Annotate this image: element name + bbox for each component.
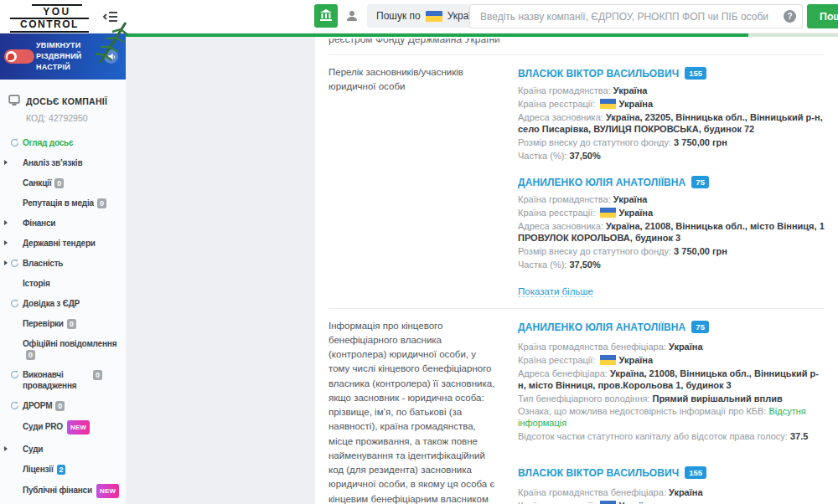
count-badge: 0 bbox=[26, 350, 35, 360]
field-label: Адреса бенефіціара: bbox=[518, 368, 608, 378]
field-row: Відсоток частки статутного капіталу або … bbox=[518, 431, 825, 443]
sidebar-item-11[interactable]: Виконавчі провадження0 bbox=[0, 369, 126, 391]
field-value: 37,50% bbox=[569, 151, 600, 161]
sidebar-item-label: Фінанси bbox=[23, 219, 55, 228]
person-search-button[interactable] bbox=[342, 7, 362, 27]
page: { "colors": { "accent_green": "#2eaa4f",… bbox=[0, 0, 838, 504]
score-badge[interactable]: 75 bbox=[691, 321, 709, 333]
sidebar-item-label: Суди PRO bbox=[23, 422, 63, 431]
sidebar-item-label: Виконавчі провадження bbox=[23, 369, 90, 391]
sidebar-item-2[interactable]: Санкції0 bbox=[0, 177, 126, 188]
field-label: Ознака, що можлива недостовірність інфор… bbox=[518, 406, 766, 416]
field-label: Розмір внеску до статутного фонду: bbox=[518, 137, 671, 147]
score-badge[interactable]: 155 bbox=[685, 67, 706, 80]
show-more-link[interactable]: Показати більше bbox=[518, 286, 593, 297]
sidebar-collapse-icon[interactable] bbox=[102, 10, 119, 23]
field-value: 37.5 bbox=[790, 431, 808, 441]
refresh-icon bbox=[10, 370, 19, 382]
sidebar-item-16[interactable]: Публічні фінансиNEW bbox=[0, 484, 126, 498]
field-label: Країна громадянства: bbox=[518, 85, 611, 95]
search-submit-button[interactable]: Пошук bbox=[807, 4, 838, 28]
field-label: Адреса засновника: bbox=[518, 221, 603, 231]
sidebar-item-15[interactable]: Ліцензії2 bbox=[0, 464, 126, 475]
person-link[interactable]: ВЛАСЮК ВІКТОР ВАСИЛЬОВИЧ bbox=[518, 467, 679, 479]
count-badge: 0 bbox=[67, 319, 76, 329]
field-row: Частка (%): 37,50% bbox=[518, 260, 825, 271]
speaker-icon[interactable] bbox=[104, 49, 118, 64]
field-label: Частка (%): bbox=[518, 151, 566, 161]
question-circle-icon[interactable]: ? bbox=[784, 10, 796, 23]
sidebar-item-10[interactable]: Офіційні повідомлення0 bbox=[0, 338, 126, 360]
section-label: Перелік засновників/учасників юридичної … bbox=[328, 65, 499, 298]
holiday-banner[interactable]: УВІМКНУТИ РІЗДВЯНИЙ НАСТРІЙ bbox=[0, 33, 126, 80]
expand-arrow-icon bbox=[4, 446, 8, 451]
company-code: КОД: 42792950 bbox=[26, 113, 119, 123]
sidebar-item-13[interactable]: Суди PRONEW bbox=[0, 420, 126, 435]
scrolled-text-clipped: реєстром Фонду Держмайна України bbox=[328, 39, 825, 50]
person-link[interactable]: ДАНИЛЕНКО ЮЛІЯ АНАТОЛІЇВНА bbox=[518, 321, 685, 333]
field-label: Країна громадянства: bbox=[518, 194, 611, 204]
field-label: Країна громадянства бенефіціара: bbox=[518, 487, 666, 497]
field-value: 37,50% bbox=[569, 260, 600, 270]
search-box: ? bbox=[469, 4, 803, 28]
sidebar-item-5[interactable]: Державні тендери bbox=[0, 238, 126, 249]
field-row: Розмір внеску до статутного фонду: 3 750… bbox=[518, 246, 825, 258]
sidebar-item-label: Публічні фінанси bbox=[23, 486, 92, 495]
sidebar-item-6[interactable]: Власність bbox=[0, 258, 126, 269]
bank-icon bbox=[319, 8, 333, 24]
sidebar-item-14[interactable]: Суди bbox=[0, 444, 126, 455]
sidebar-item-label: Офіційні повідомлення bbox=[23, 339, 116, 348]
count-badge: 0 bbox=[55, 401, 65, 411]
sidebar-item-label: Перевірки bbox=[23, 319, 64, 328]
field-label: Адреса засновника: bbox=[518, 112, 603, 122]
refresh-icon bbox=[10, 138, 19, 150]
field-value: Україна bbox=[619, 355, 654, 365]
field-value: Україна bbox=[619, 501, 654, 504]
progress-bar-fill bbox=[126, 33, 748, 37]
entry: ВЛАСЮК ВІКТОР ВАСИЛЬОВИЧ155Країна громад… bbox=[518, 465, 825, 504]
sidebar-item-8[interactable]: Довідка з ЄДР bbox=[0, 298, 126, 309]
santa-toggle-icon[interactable] bbox=[4, 49, 34, 64]
field-row: Адреса засновника: Україна, 21008, Вінни… bbox=[518, 221, 825, 244]
sidebar-item-1[interactable]: Аналіз зв’язків bbox=[0, 157, 126, 168]
field-label: Відсоток частки статутного капіталу або … bbox=[518, 431, 788, 441]
dossier-header: ДОСЬЄ КОМПАНІЇ КОД: 42792950 bbox=[0, 80, 126, 123]
section-label: Інформація про кінцевого бенефіціарного … bbox=[328, 319, 499, 504]
company-search-button[interactable] bbox=[314, 4, 338, 28]
sidebar-item-12[interactable]: ДРОРМ0 bbox=[0, 400, 126, 411]
sidebar-item-7[interactable]: Історія bbox=[0, 278, 126, 289]
section-entries: ДАНИЛЕНКО ЮЛІЯ АНАТОЛІЇВНА75Країна грома… bbox=[518, 319, 825, 504]
sidebar-item-9[interactable]: Перевірки0 bbox=[0, 318, 126, 329]
new-badge: NEW bbox=[67, 420, 91, 435]
field-row: Тип бенефіціарного володіння: Прямий вир… bbox=[518, 393, 825, 405]
field-row: Адреса засновника: Україна, 23205, Вінни… bbox=[518, 112, 825, 136]
score-badge[interactable]: 75 bbox=[691, 176, 709, 188]
person-link[interactable]: ВЛАСЮК ВІКТОР ВАСИЛЬОВИЧ bbox=[518, 68, 679, 80]
sidebar-item-label: Історія bbox=[23, 279, 50, 288]
ukraine-flag-icon bbox=[600, 99, 616, 109]
sidebar-item-label: Аналіз зв’язків bbox=[23, 158, 82, 167]
youcontrol-logo[interactable]: YOU CONTROL bbox=[10, 4, 89, 33]
sidebar-item-3[interactable]: Репутація в медіа0 bbox=[0, 198, 126, 208]
sidebar-item-0[interactable]: Огляд досьє bbox=[0, 137, 126, 148]
sidebar-item-label: Репутація в медіа bbox=[23, 198, 94, 208]
score-badge[interactable]: 155 bbox=[685, 466, 706, 479]
field-value: Україна bbox=[669, 342, 703, 352]
logo-text-bottom: CONTROL bbox=[10, 18, 89, 33]
count-badge: 2 bbox=[57, 465, 66, 475]
count-badge: 0 bbox=[93, 370, 102, 380]
count-badge: 0 bbox=[54, 178, 64, 188]
sidebar-item-4[interactable]: Фінанси bbox=[0, 218, 126, 229]
search-input[interactable] bbox=[469, 4, 803, 28]
content-sections: Перелік засновників/учасників юридичної … bbox=[328, 54, 825, 504]
sidebar-item-label: Ліцензії bbox=[23, 465, 54, 474]
sidebar-item-label: ДРОРМ bbox=[23, 401, 52, 410]
refresh-icon bbox=[10, 401, 19, 413]
count-badge: 0 bbox=[97, 198, 106, 208]
field-label: Країна реєстрації: bbox=[518, 99, 595, 109]
entry-header: ДАНИЛЕНКО ЮЛІЯ АНАТОЛІЇВНА75 bbox=[518, 319, 825, 334]
person-link[interactable]: ДАНИЛЕНКО ЮЛІЯ АНАТОЛІЇВНА bbox=[518, 177, 685, 188]
entry-header: ВЛАСЮК ВІКТОР ВАСИЛЬОВИЧ155 bbox=[518, 465, 825, 480]
field-value: Україна bbox=[613, 85, 648, 95]
field-value: Україна bbox=[613, 194, 648, 204]
